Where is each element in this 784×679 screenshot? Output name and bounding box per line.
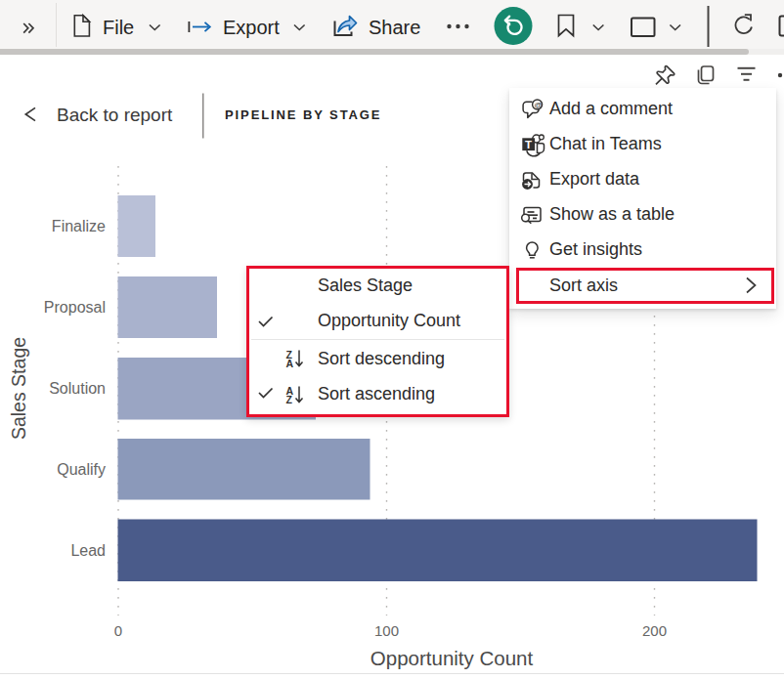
svg-text:T: T	[525, 139, 532, 150]
svg-text:Z: Z	[286, 393, 293, 404]
svg-text:A: A	[286, 357, 294, 368]
svg-text:@: @	[535, 100, 543, 108]
